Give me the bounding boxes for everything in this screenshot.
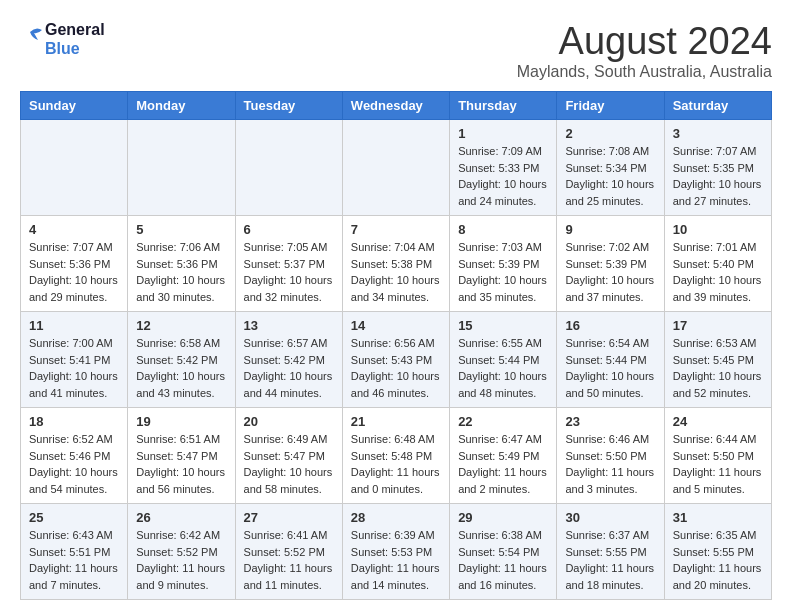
day-number: 15 [458,318,548,333]
day-info: Sunrise: 7:01 AM Sunset: 5:40 PM Dayligh… [673,239,763,305]
day-info: Sunrise: 6:51 AM Sunset: 5:47 PM Dayligh… [136,431,226,497]
day-number: 9 [565,222,655,237]
day-number: 28 [351,510,441,525]
calendar-cell: 25Sunrise: 6:43 AM Sunset: 5:51 PM Dayli… [21,504,128,600]
day-info: Sunrise: 7:06 AM Sunset: 5:36 PM Dayligh… [136,239,226,305]
calendar-cell: 10Sunrise: 7:01 AM Sunset: 5:40 PM Dayli… [664,216,771,312]
calendar-cell: 14Sunrise: 6:56 AM Sunset: 5:43 PM Dayli… [342,312,449,408]
day-info: Sunrise: 7:07 AM Sunset: 5:36 PM Dayligh… [29,239,119,305]
location: Maylands, South Australia, Australia [517,63,772,81]
day-number: 14 [351,318,441,333]
calendar-cell: 30Sunrise: 6:37 AM Sunset: 5:55 PM Dayli… [557,504,664,600]
day-info: Sunrise: 6:57 AM Sunset: 5:42 PM Dayligh… [244,335,334,401]
calendar-cell: 11Sunrise: 7:00 AM Sunset: 5:41 PM Dayli… [21,312,128,408]
day-number: 22 [458,414,548,429]
day-info: Sunrise: 7:02 AM Sunset: 5:39 PM Dayligh… [565,239,655,305]
calendar-cell: 16Sunrise: 6:54 AM Sunset: 5:44 PM Dayli… [557,312,664,408]
day-info: Sunrise: 6:53 AM Sunset: 5:45 PM Dayligh… [673,335,763,401]
day-info: Sunrise: 7:08 AM Sunset: 5:34 PM Dayligh… [565,143,655,209]
calendar-cell: 20Sunrise: 6:49 AM Sunset: 5:47 PM Dayli… [235,408,342,504]
day-number: 19 [136,414,226,429]
calendar-cell: 4Sunrise: 7:07 AM Sunset: 5:36 PM Daylig… [21,216,128,312]
day-number: 13 [244,318,334,333]
day-info: Sunrise: 6:43 AM Sunset: 5:51 PM Dayligh… [29,527,119,593]
day-number: 25 [29,510,119,525]
calendar-cell: 17Sunrise: 6:53 AM Sunset: 5:45 PM Dayli… [664,312,771,408]
day-number: 26 [136,510,226,525]
calendar-cell: 29Sunrise: 6:38 AM Sunset: 5:54 PM Dayli… [450,504,557,600]
calendar-cell [128,120,235,216]
calendar-cell: 3Sunrise: 7:07 AM Sunset: 5:35 PM Daylig… [664,120,771,216]
calendar-cell [342,120,449,216]
day-info: Sunrise: 7:09 AM Sunset: 5:33 PM Dayligh… [458,143,548,209]
day-number: 6 [244,222,334,237]
calendar-cell: 18Sunrise: 6:52 AM Sunset: 5:46 PM Dayli… [21,408,128,504]
day-info: Sunrise: 6:39 AM Sunset: 5:53 PM Dayligh… [351,527,441,593]
calendar-cell [235,120,342,216]
calendar-cell: 22Sunrise: 6:47 AM Sunset: 5:49 PM Dayli… [450,408,557,504]
day-info: Sunrise: 6:48 AM Sunset: 5:48 PM Dayligh… [351,431,441,497]
day-number: 18 [29,414,119,429]
day-number: 16 [565,318,655,333]
day-info: Sunrise: 6:44 AM Sunset: 5:50 PM Dayligh… [673,431,763,497]
logo-text: General Blue [45,20,105,58]
day-number: 7 [351,222,441,237]
day-info: Sunrise: 6:58 AM Sunset: 5:42 PM Dayligh… [136,335,226,401]
day-number: 20 [244,414,334,429]
calendar-cell: 15Sunrise: 6:55 AM Sunset: 5:44 PM Dayli… [450,312,557,408]
day-number: 21 [351,414,441,429]
day-info: Sunrise: 6:37 AM Sunset: 5:55 PM Dayligh… [565,527,655,593]
calendar-cell: 12Sunrise: 6:58 AM Sunset: 5:42 PM Dayli… [128,312,235,408]
calendar-week-row: 1Sunrise: 7:09 AM Sunset: 5:33 PM Daylig… [21,120,772,216]
day-info: Sunrise: 6:38 AM Sunset: 5:54 PM Dayligh… [458,527,548,593]
day-number: 1 [458,126,548,141]
day-info: Sunrise: 7:04 AM Sunset: 5:38 PM Dayligh… [351,239,441,305]
calendar-header-row: SundayMondayTuesdayWednesdayThursdayFrid… [21,92,772,120]
day-info: Sunrise: 6:52 AM Sunset: 5:46 PM Dayligh… [29,431,119,497]
day-number: 8 [458,222,548,237]
calendar-cell: 19Sunrise: 6:51 AM Sunset: 5:47 PM Dayli… [128,408,235,504]
day-number: 11 [29,318,119,333]
calendar-cell: 21Sunrise: 6:48 AM Sunset: 5:48 PM Dayli… [342,408,449,504]
column-header-monday: Monday [128,92,235,120]
logo-bird-icon [20,24,42,54]
page-header: General Blue August 2024 Maylands, South… [20,20,772,81]
day-info: Sunrise: 6:35 AM Sunset: 5:55 PM Dayligh… [673,527,763,593]
column-header-saturday: Saturday [664,92,771,120]
calendar-cell: 26Sunrise: 6:42 AM Sunset: 5:52 PM Dayli… [128,504,235,600]
day-info: Sunrise: 6:42 AM Sunset: 5:52 PM Dayligh… [136,527,226,593]
day-number: 4 [29,222,119,237]
day-number: 31 [673,510,763,525]
calendar-cell: 6Sunrise: 7:05 AM Sunset: 5:37 PM Daylig… [235,216,342,312]
day-number: 12 [136,318,226,333]
calendar-week-row: 11Sunrise: 7:00 AM Sunset: 5:41 PM Dayli… [21,312,772,408]
logo-line1: General [45,20,105,39]
calendar-cell: 31Sunrise: 6:35 AM Sunset: 5:55 PM Dayli… [664,504,771,600]
day-number: 5 [136,222,226,237]
day-number: 3 [673,126,763,141]
day-info: Sunrise: 6:55 AM Sunset: 5:44 PM Dayligh… [458,335,548,401]
column-header-sunday: Sunday [21,92,128,120]
column-header-tuesday: Tuesday [235,92,342,120]
calendar-week-row: 25Sunrise: 6:43 AM Sunset: 5:51 PM Dayli… [21,504,772,600]
month-year: August 2024 [517,20,772,63]
day-number: 2 [565,126,655,141]
day-info: Sunrise: 6:46 AM Sunset: 5:50 PM Dayligh… [565,431,655,497]
day-number: 30 [565,510,655,525]
day-number: 17 [673,318,763,333]
day-info: Sunrise: 6:41 AM Sunset: 5:52 PM Dayligh… [244,527,334,593]
calendar-cell [21,120,128,216]
day-info: Sunrise: 6:49 AM Sunset: 5:47 PM Dayligh… [244,431,334,497]
day-info: Sunrise: 6:47 AM Sunset: 5:49 PM Dayligh… [458,431,548,497]
column-header-friday: Friday [557,92,664,120]
logo: General Blue [20,20,105,58]
day-info: Sunrise: 7:05 AM Sunset: 5:37 PM Dayligh… [244,239,334,305]
column-header-wednesday: Wednesday [342,92,449,120]
calendar-cell: 28Sunrise: 6:39 AM Sunset: 5:53 PM Dayli… [342,504,449,600]
calendar-week-row: 18Sunrise: 6:52 AM Sunset: 5:46 PM Dayli… [21,408,772,504]
calendar-cell: 23Sunrise: 6:46 AM Sunset: 5:50 PM Dayli… [557,408,664,504]
logo-line2: Blue [45,39,105,58]
day-number: 24 [673,414,763,429]
day-number: 29 [458,510,548,525]
calendar-week-row: 4Sunrise: 7:07 AM Sunset: 5:36 PM Daylig… [21,216,772,312]
